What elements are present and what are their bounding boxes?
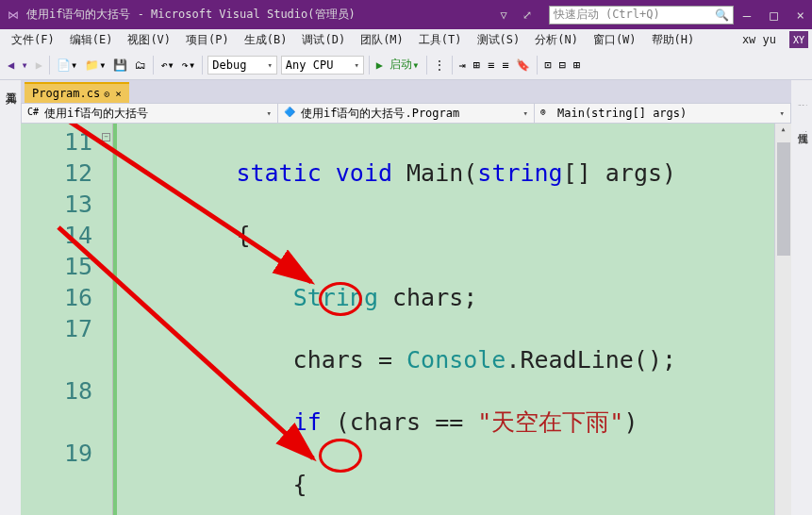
nav-method-dropdown[interactable]: ⊚Main(string[] args)▾	[535, 104, 790, 123]
comment-button[interactable]: ≡	[484, 57, 498, 74]
toolbar-icon[interactable]: ⋮	[430, 57, 449, 74]
properties-tab[interactable]: 属性	[791, 120, 812, 131]
menu-build[interactable]: 生成(B)	[237, 29, 295, 51]
menu-tools[interactable]: 工具(T)	[411, 29, 470, 51]
menu-team[interactable]: 团队(M)	[353, 29, 411, 51]
platform-dropdown[interactable]: Any CPU▾	[281, 56, 364, 75]
start-debug-button[interactable]: ▶ 启动 ▾	[373, 55, 423, 75]
pin-icon[interactable]: ⊙	[104, 89, 109, 99]
feedback-icon[interactable]: ⤢	[522, 8, 532, 22]
tab-label: Program.cs	[32, 87, 100, 100]
code-content[interactable]: static void Main(string[] args) { String…	[117, 124, 774, 515]
document-tab-program[interactable]: Program.cs ⊙ ×	[25, 82, 129, 103]
fold-gutter: −	[100, 124, 113, 515]
redo-button[interactable]: ↷▾	[178, 57, 199, 74]
bookmark-button[interactable]: 🔖	[512, 57, 534, 74]
main-toolbar: ◀ ▾ ▶ 📄▾ 📁▾ 💾 🗂 ↶▾ ↷▾ Debug▾ Any CPU▾ ▶ …	[0, 50, 812, 80]
menu-project[interactable]: 项目(P)	[178, 29, 237, 51]
menu-help[interactable]: 帮助(H)	[644, 29, 703, 51]
team-explorer-tab[interactable]: 团队资源管理器	[791, 93, 812, 105]
nav-forward-button[interactable]: ▶	[32, 57, 46, 74]
vertical-scrollbar[interactable]: ▴	[774, 124, 791, 515]
right-panel-tabs: 解决方案资源管理器 团队资源管理器 诊断工具 属性	[791, 80, 812, 515]
menu-analyze[interactable]: 分析(N)	[527, 29, 586, 51]
scrollbar-thumb[interactable]	[777, 142, 790, 256]
menu-edit[interactable]: 编辑(E)	[62, 29, 121, 51]
save-button[interactable]: 💾	[109, 57, 131, 74]
menu-view[interactable]: 视图(V)	[120, 29, 178, 51]
toolbar-icon-4[interactable]: ⊞	[570, 57, 584, 74]
tab-close-icon[interactable]: ×	[115, 88, 122, 100]
menu-test[interactable]: 测试(S)	[470, 29, 528, 51]
indent-button[interactable]: ⊞	[470, 57, 484, 74]
fold-toggle-icon[interactable]: −	[102, 133, 110, 141]
menu-bar: 文件(F) 编辑(E) 视图(V) 项目(P) 生成(B) 调试(D) 团队(M…	[0, 29, 812, 50]
toolbar-icon-3[interactable]: ⊟	[555, 57, 570, 74]
save-all-button[interactable]: 🗂	[131, 57, 150, 74]
menu-window[interactable]: 窗口(W)	[586, 29, 644, 51]
search-icon: 🔍	[715, 8, 729, 22]
user-name[interactable]: xw yu	[735, 30, 784, 49]
menu-debug[interactable]: 调试(D)	[294, 29, 353, 51]
window-title: 使用if语句的大括号 - Microsoft Visual Studio(管理员…	[26, 7, 356, 23]
toolbar-icon-2[interactable]: ⊡	[540, 57, 555, 74]
document-tabstrip: Program.cs ⊙ ×	[21, 80, 791, 103]
menu-file[interactable]: 文件(F)	[4, 29, 62, 51]
minimize-button[interactable]: —	[743, 8, 751, 23]
scroll-up-icon[interactable]: ▴	[775, 124, 791, 134]
user-badge[interactable]: XY	[789, 31, 808, 48]
line-number-gutter: 11 12 13 14 15 16 17 18 19	[21, 124, 100, 515]
toolbox-panel-tab[interactable]: 工具箱	[0, 80, 21, 515]
window-titlebar: ⋈ 使用if语句的大括号 - Microsoft Visual Studio(管…	[0, 0, 812, 29]
maximize-button[interactable]: □	[770, 8, 777, 23]
close-button[interactable]: ×	[797, 8, 804, 23]
nav-project-dropdown[interactable]: C#使用if语句的大括号▾	[22, 104, 278, 123]
code-nav-bar: C#使用if语句的大括号▾ 🔷使用if语句的大括号.Program▾ ⊚Main…	[21, 103, 791, 124]
uncomment-button[interactable]: ≡	[498, 57, 512, 74]
new-file-button[interactable]: 📄▾	[53, 57, 81, 74]
code-editor[interactable]: 11 12 13 14 15 16 17 18 19 − static void…	[21, 124, 791, 515]
vs-logo-icon: ⋈	[8, 8, 19, 22]
config-dropdown[interactable]: Debug▾	[207, 56, 277, 75]
undo-button[interactable]: ↶▾	[157, 57, 177, 74]
quick-launch-input[interactable]: 快速启动 (Ctrl+Q) 🔍	[549, 6, 734, 25]
notifications-icon[interactable]: ▽	[500, 8, 506, 22]
nav-back-button[interactable]: ◀ ▾	[4, 57, 32, 74]
step-button[interactable]: ⇥	[456, 57, 470, 74]
nav-class-dropdown[interactable]: 🔷使用if语句的大括号.Program▾	[278, 104, 535, 123]
solution-explorer-tab[interactable]: 解决方案资源管理器	[791, 80, 812, 91]
diagnostic-tools-tab[interactable]: 诊断工具	[791, 107, 812, 118]
open-file-button[interactable]: 📁▾	[81, 57, 109, 74]
